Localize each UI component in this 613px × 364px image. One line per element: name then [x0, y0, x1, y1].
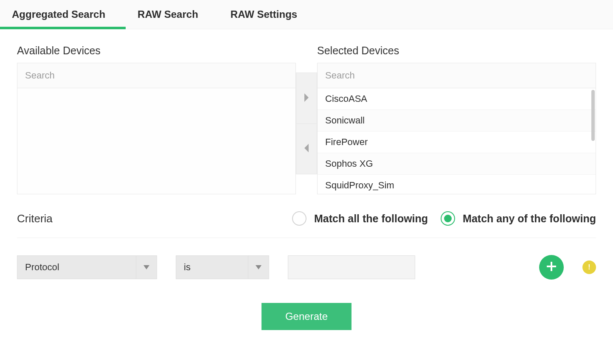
available-search-input[interactable]	[17, 63, 295, 88]
criteria-header: Criteria Match all the following Match a…	[17, 211, 596, 238]
field-select[interactable]: Protocol	[17, 255, 157, 279]
criteria-row: Protocol is !	[17, 255, 596, 280]
operator-select-value: is	[176, 255, 248, 279]
tab-bar: Aggregated Search RAW Search RAW Setting…	[0, 0, 613, 29]
available-devices-column: Available Devices	[17, 45, 296, 194]
available-devices-title: Available Devices	[17, 45, 296, 57]
criteria-section: Criteria Match all the following Match a…	[17, 211, 596, 280]
device-dual-list: Available Devices Selected Devices	[17, 45, 596, 194]
match-any-label: Match any of the following	[463, 213, 596, 225]
add-criteria-button[interactable]	[539, 255, 564, 280]
list-item[interactable]: FirePower	[318, 132, 596, 153]
operator-select-caret[interactable]	[248, 255, 269, 279]
criteria-title: Criteria	[17, 212, 53, 225]
generate-button[interactable]: Generate	[262, 303, 351, 330]
match-all-radio[interactable]	[292, 211, 306, 226]
field-select-caret[interactable]	[136, 255, 157, 279]
plus-icon	[547, 262, 556, 273]
field-select-value: Protocol	[17, 255, 136, 279]
chevron-down-icon	[143, 263, 149, 271]
match-all-label: Match all the following	[314, 213, 428, 225]
chevron-right-icon	[304, 93, 309, 104]
match-all-group: Match all the following	[292, 211, 428, 226]
available-devices-list[interactable]	[17, 88, 296, 194]
tab-raw-search[interactable]: RAW Search	[126, 0, 219, 29]
warning-badge[interactable]: !	[582, 260, 596, 274]
selected-devices-title: Selected Devices	[317, 45, 596, 57]
move-right-button[interactable]	[296, 73, 317, 123]
exclamation-icon: !	[588, 263, 590, 271]
chevron-left-icon	[304, 144, 309, 154]
chevron-down-icon	[256, 263, 262, 271]
match-any-radio[interactable]	[441, 211, 455, 226]
criteria-value-input[interactable]	[288, 255, 415, 279]
operator-select[interactable]: is	[176, 255, 269, 279]
selected-devices-list[interactable]: CiscoASA Sonicwall FirePower Sophos XG S…	[317, 88, 596, 194]
tab-aggregated-search[interactable]: Aggregated Search	[0, 0, 126, 29]
available-search-wrap	[17, 63, 296, 88]
move-left-button[interactable]	[296, 123, 317, 174]
tab-raw-settings[interactable]: RAW Settings	[219, 0, 318, 29]
list-item[interactable]: CiscoASA	[318, 88, 596, 110]
list-item[interactable]: Sophos XG	[318, 153, 596, 175]
match-any-group: Match any of the following	[441, 211, 596, 226]
list-item[interactable]: SquidProxy_Sim	[318, 175, 596, 194]
transfer-buttons	[296, 73, 317, 194]
selected-search-wrap	[317, 63, 596, 88]
scrollbar[interactable]	[591, 90, 595, 141]
selected-search-input[interactable]	[318, 63, 596, 88]
list-item[interactable]: Sonicwall	[318, 110, 596, 132]
selected-devices-column: Selected Devices CiscoASA Sonicwall Fire…	[317, 45, 596, 194]
